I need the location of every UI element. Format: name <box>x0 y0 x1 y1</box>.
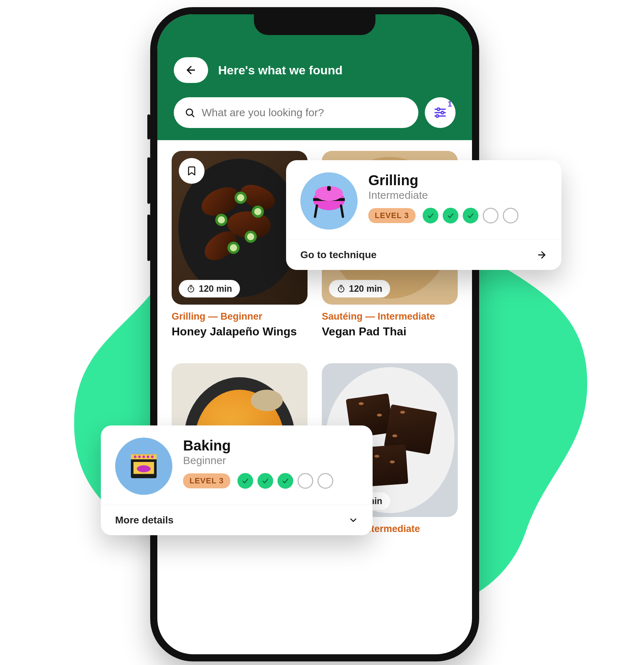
phone-frame: Here's what we found 1 <box>150 7 479 661</box>
technique-title: Grilling <box>368 172 547 188</box>
recipe-category: Sautéing — Intermediate <box>322 311 458 322</box>
technique-popover-baking: Baking Beginner LEVEL 3 More details <box>101 425 373 535</box>
back-button[interactable] <box>174 57 208 83</box>
progress-dot <box>483 208 498 223</box>
svg-point-30 <box>142 455 145 458</box>
filter-count-badge: 1 <box>448 99 452 109</box>
svg-point-28 <box>134 455 136 458</box>
stopwatch-icon <box>337 285 345 293</box>
svg-point-6 <box>441 112 444 114</box>
svg-point-31 <box>147 455 149 458</box>
progress-dot <box>298 473 313 489</box>
grilling-icon <box>300 172 358 230</box>
recipe-category: Grilling — Beginner <box>172 311 308 322</box>
sliders-icon <box>433 106 447 119</box>
svg-line-2 <box>192 115 194 117</box>
svg-point-32 <box>151 455 153 458</box>
svg-point-8 <box>436 115 439 117</box>
arrow-left-icon <box>185 64 197 76</box>
time-label: 120 min <box>349 284 382 294</box>
technique-popover-grilling: Grilling Intermediate LEVEL 3 Go to tech… <box>286 160 561 270</box>
page-title: Here's what we found <box>218 63 343 77</box>
svg-point-34 <box>137 466 151 472</box>
more-details-button[interactable]: More details <box>101 505 373 535</box>
bookmark-button[interactable] <box>179 158 205 184</box>
progress-dot <box>277 473 293 489</box>
level-badge: LEVEL 3 <box>368 208 416 223</box>
svg-point-29 <box>138 455 141 458</box>
go-to-technique-button[interactable]: Go to technique <box>286 240 561 270</box>
search-box[interactable] <box>174 97 418 128</box>
search-input[interactable] <box>202 107 408 119</box>
technique-title: Baking <box>183 438 358 454</box>
time-label: 120 min <box>199 284 232 294</box>
baking-icon <box>115 438 172 495</box>
progress-dot <box>423 208 438 223</box>
phone-side-button <box>147 157 150 204</box>
recipe-title: Honey Jalapeño Wings <box>172 325 308 338</box>
search-icon <box>185 107 195 118</box>
time-chip: 120 min <box>329 280 390 297</box>
cta-label: Go to technique <box>300 249 377 261</box>
progress-dot <box>443 208 458 223</box>
phone-side-button <box>147 215 150 261</box>
recipe-title: Vegan Pad Thai <box>322 325 458 338</box>
progress-dot <box>257 473 273 489</box>
progress-dot <box>503 208 518 223</box>
cta-label: More details <box>115 514 173 526</box>
filter-button[interactable]: 1 <box>425 97 456 128</box>
technique-level-label: Intermediate <box>368 189 547 201</box>
phone-notch <box>254 14 375 35</box>
technique-level-label: Beginner <box>183 454 358 467</box>
level-badge: LEVEL 3 <box>183 473 230 488</box>
chevron-down-icon <box>348 515 358 525</box>
stopwatch-icon <box>187 285 195 293</box>
bookmark-icon <box>186 166 197 176</box>
svg-point-4 <box>437 108 440 110</box>
phone-side-button <box>147 114 150 139</box>
progress-dots <box>237 473 333 489</box>
progress-dot <box>237 473 253 489</box>
progress-dots <box>423 208 518 223</box>
progress-dot <box>318 473 333 489</box>
progress-dot <box>463 208 478 223</box>
svg-rect-24 <box>327 186 331 191</box>
time-chip: 120 min <box>179 280 240 297</box>
phone-screen: Here's what we found 1 <box>157 14 472 654</box>
arrow-right-icon <box>536 250 547 260</box>
